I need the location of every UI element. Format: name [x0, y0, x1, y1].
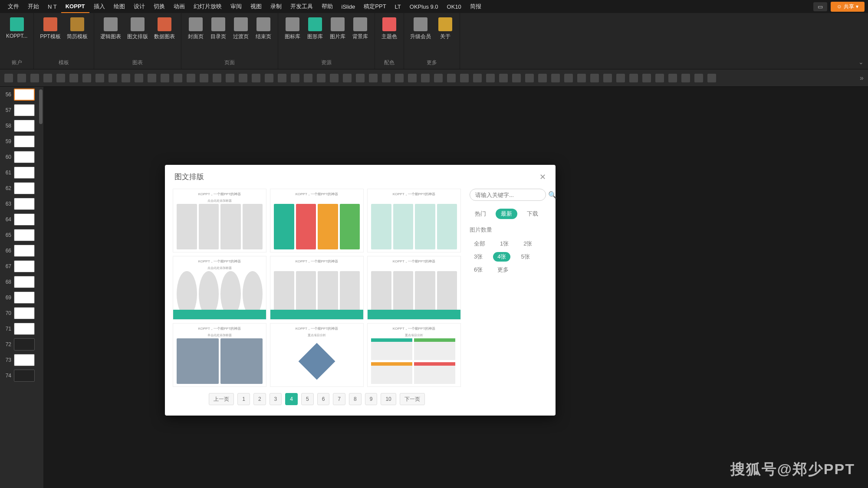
sort-tab-1[interactable]: 最新 [496, 209, 517, 219]
slide-thumb[interactable] [14, 260, 35, 272]
page-1[interactable]: 1 [237, 393, 250, 405]
count-filter-2[interactable]: 2张 [519, 239, 536, 249]
quicktool-icon-52[interactable] [681, 74, 690, 82]
menu-item-18[interactable]: OKPlus 9.0 [405, 1, 443, 13]
slide-thumb-row[interactable]: 58 [0, 118, 43, 134]
page-6[interactable]: 6 [317, 393, 330, 405]
slide-thumb-row[interactable]: 59 [0, 134, 43, 149]
template-item-8[interactable]: KOPPT，一个能PPT的神器重点项目分析 [367, 323, 461, 387]
quicktool-icon-2[interactable] [30, 74, 39, 82]
ribbon-btn-bg-lib[interactable]: 背景库 [349, 16, 371, 42]
menu-item-15[interactable]: iSlide [337, 1, 360, 13]
ribbon-btn-resume-tpl[interactable]: 简历模板 [64, 16, 90, 42]
quicktool-icon-30[interactable] [395, 74, 404, 82]
sort-tab-2[interactable]: 下载 [522, 209, 543, 219]
quicktool-icon-9[interactable] [122, 74, 130, 82]
ribbon-btn-img-layout[interactable]: 图文排版 [125, 16, 151, 42]
quicktool-icon-51[interactable] [668, 74, 677, 82]
slide-thumb-row[interactable]: 57 [0, 102, 43, 118]
quicktool-icon-22[interactable] [291, 74, 299, 82]
quicktool-icon-11[interactable] [148, 74, 156, 82]
quicktool-icon-36[interactable] [473, 74, 482, 82]
slide-thumb-row[interactable]: 74 [0, 368, 43, 383]
slide-thumb-row[interactable]: 64 [0, 212, 43, 227]
ribbon-btn-image-lib[interactable]: 图片库 [327, 16, 349, 42]
slide-thumb[interactable] [14, 323, 35, 335]
menu-item-1[interactable]: 开始 [23, 0, 43, 13]
ribbon-btn-toc[interactable]: 目录页 [207, 16, 229, 42]
quicktool-icon-29[interactable] [382, 74, 391, 82]
quicktool-icon-49[interactable] [642, 74, 651, 82]
template-item-7[interactable]: KOPPT，一个能PPT的神器重点项目分析 [270, 323, 364, 387]
ribbon-btn-transition[interactable]: 过渡页 [230, 16, 252, 42]
slide-thumb[interactable] [14, 307, 35, 319]
ribbon-btn-about[interactable]: 关于 [434, 16, 456, 42]
slide-thumb[interactable] [14, 213, 35, 226]
ribbon-btn-upgrade[interactable]: 升级会员 [408, 16, 434, 42]
slide-thumb-row[interactable]: 68 [0, 274, 43, 290]
slide-thumb[interactable] [14, 370, 35, 382]
slide-thumb[interactable] [14, 182, 35, 194]
slide-thumb-row[interactable]: 71 [0, 321, 43, 337]
quicktool-icon-13[interactable] [174, 74, 182, 82]
quicktool-icon-12[interactable] [161, 74, 169, 82]
search-input[interactable] [475, 192, 548, 198]
slide-thumb-row[interactable]: 72 [0, 337, 43, 352]
count-filter-3[interactable]: 3张 [470, 252, 487, 262]
quicktool-icon-10[interactable] [135, 74, 143, 82]
quicktool-overflow-icon[interactable]: » [860, 74, 864, 82]
slide-thumb[interactable] [14, 120, 35, 132]
page-2[interactable]: 2 [253, 393, 266, 405]
menu-item-9[interactable]: 幻灯片放映 [189, 0, 226, 13]
quicktool-icon-27[interactable] [356, 74, 365, 82]
slide-thumb-row[interactable]: 66 [0, 243, 43, 259]
template-item-6[interactable]: KOPPT，一个能PPT的神器单击此处添加标题 [173, 323, 266, 387]
quicktool-icon-26[interactable] [343, 74, 352, 82]
menu-item-11[interactable]: 视图 [246, 0, 266, 13]
count-filter-4[interactable]: 4张 [493, 252, 510, 262]
quicktool-icon-37[interactable] [486, 74, 495, 82]
menu-item-20[interactable]: 简报 [466, 0, 486, 13]
ribbon-btn-ppt-tpl[interactable]: PPT模板 [37, 16, 63, 42]
quicktool-icon-33[interactable] [434, 74, 443, 82]
quicktool-icon-21[interactable] [278, 74, 286, 82]
template-item-0[interactable]: KOPPT，一个能PPT的神器点击此处添加标题 [173, 189, 266, 252]
quicktool-icon-54[interactable] [707, 74, 716, 82]
quicktool-icon-8[interactable] [108, 74, 117, 82]
scrollbar-thumb[interactable] [39, 89, 43, 124]
slide-thumb[interactable] [14, 354, 35, 366]
ribbon-btn-data-chart[interactable]: 数据图表 [151, 16, 178, 42]
close-icon[interactable]: ✕ [539, 172, 546, 182]
slide-thumb[interactable] [14, 135, 35, 147]
page-next[interactable]: 下一页 [400, 393, 425, 405]
ribbon-btn-shape-lib[interactable]: 图形库 [304, 16, 326, 42]
template-item-5[interactable]: KOPPT，一个能PPT的神器 [367, 256, 461, 320]
menu-item-3[interactable]: KOPPT [61, 0, 89, 13]
quicktool-icon-32[interactable] [421, 74, 430, 82]
menu-item-7[interactable]: 切换 [149, 0, 169, 13]
slide-thumb[interactable] [14, 104, 35, 116]
search-box[interactable]: 🔍 [470, 189, 546, 201]
quicktool-icon-40[interactable] [525, 74, 534, 82]
slide-thumb-row[interactable]: 69 [0, 290, 43, 305]
page-8[interactable]: 8 [349, 393, 362, 405]
menu-item-17[interactable]: LT [391, 1, 405, 13]
slide-thumb[interactable] [14, 245, 35, 257]
menu-item-0[interactable]: 文件 [3, 0, 23, 13]
menu-item-5[interactable]: 绘图 [109, 0, 129, 13]
slide-thumb[interactable] [14, 151, 35, 163]
slide-thumb[interactable] [14, 291, 35, 304]
template-item-2[interactable]: KOPPT，一个能PPT的神器 [367, 189, 461, 252]
template-item-1[interactable]: KOPPT，一个能PPT的神器 [270, 189, 364, 252]
ribbon-btn-koppt-logo[interactable]: KOPPT... [3, 16, 30, 41]
present-button[interactable]: ▭ [813, 2, 827, 11]
ribbon-btn-icon-lib[interactable]: 图标库 [282, 16, 303, 42]
quicktool-icon-44[interactable] [577, 74, 586, 82]
quicktool-icon-25[interactable] [330, 74, 339, 82]
quicktool-icon-17[interactable] [226, 74, 234, 82]
quicktool-icon-18[interactable] [239, 74, 247, 82]
slide-thumb-row[interactable]: 65 [0, 227, 43, 243]
quicktool-icon-6[interactable] [82, 74, 91, 82]
slide-thumb-row[interactable]: 62 [0, 180, 43, 196]
count-filter-7[interactable]: 更多 [493, 265, 513, 275]
